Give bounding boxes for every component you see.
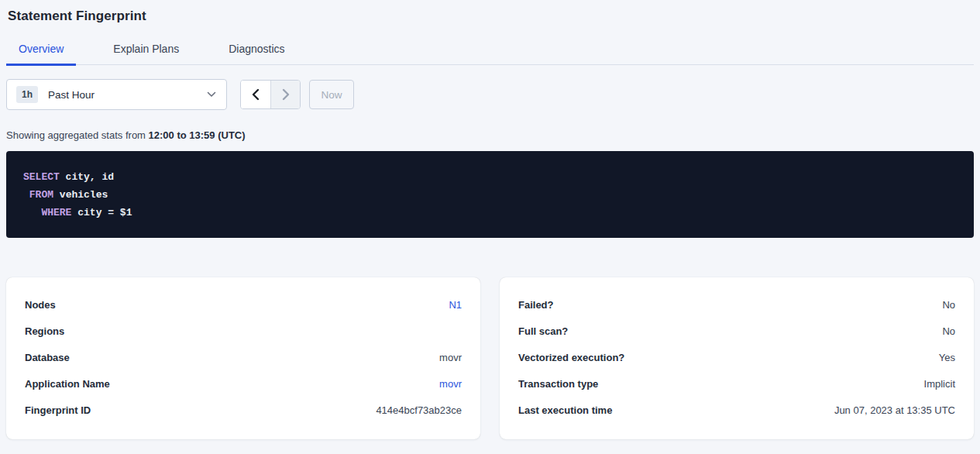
info-value: 414e4bcf73ab23ce — [376, 404, 462, 416]
info-row: Last execution timeJun 07, 2023 at 13:35… — [518, 397, 955, 423]
info-label: Database — [25, 352, 70, 363]
info-label: Last execution time — [518, 404, 612, 416]
sql-line: SELECT city, id — [23, 168, 955, 186]
prev-time-button[interactable] — [241, 81, 270, 108]
tab-diagnostics[interactable]: Diagnostics — [216, 43, 297, 66]
execution-attributes-card: Failed?NoFull scan?NoVectorized executio… — [500, 277, 974, 439]
time-range-label: Past Hour — [48, 89, 95, 101]
sql-keyword: FROM — [29, 189, 53, 201]
summary-time-range: 12:00 to 13:59 (UTC) — [149, 129, 246, 141]
aggregated-stats-summary: Showing aggregated stats from 12:00 to 1… — [6, 129, 974, 141]
chevron-down-icon — [207, 91, 216, 98]
info-label: Application Name — [25, 378, 110, 390]
time-nav-group — [240, 80, 301, 109]
info-row: Fingerprint ID414e4bcf73ab23ce — [25, 397, 462, 423]
toolbar: 1h Past Hour Now — [6, 79, 974, 110]
info-label: Transaction type — [518, 378, 598, 390]
info-row: Full scan?No — [518, 318, 955, 344]
info-value: Yes — [939, 352, 955, 363]
tab-overview[interactable]: Overview — [6, 43, 76, 66]
summary-prefix: Showing aggregated stats from — [6, 129, 146, 141]
details-cards: NodesN1RegionsDatabasemovrApplication Na… — [6, 277, 974, 439]
sql-keyword: WHERE — [41, 207, 71, 218]
info-value-link[interactable]: movr — [439, 378, 462, 390]
info-value: No — [942, 299, 955, 311]
info-row: Regions — [25, 318, 462, 344]
info-value: movr — [439, 352, 462, 363]
page-title: Statement Fingerprint — [8, 0, 974, 24]
chevron-left-icon — [252, 88, 260, 101]
time-range-dropdown[interactable]: 1h Past Hour — [6, 79, 227, 110]
sql-line: FROM vehicles — [23, 186, 955, 204]
info-label: Regions — [25, 325, 64, 337]
sql-keyword: SELECT — [23, 171, 60, 183]
info-label: Nodes — [25, 299, 56, 311]
tab-explain-plans[interactable]: Explain Plans — [101, 43, 191, 66]
sql-line: WHERE city = $1 — [23, 204, 955, 222]
tab-bar: OverviewExplain PlansDiagnostics — [6, 43, 974, 65]
now-button[interactable]: Now — [309, 80, 354, 109]
info-row: Databasemovr — [25, 344, 462, 370]
info-label: Failed? — [518, 299, 554, 311]
info-row: NodesN1 — [25, 291, 462, 318]
chevron-right-icon — [282, 88, 290, 101]
info-row: Transaction typeImplicit — [518, 370, 955, 397]
info-value-link[interactable]: N1 — [449, 299, 462, 311]
time-range-badge: 1h — [16, 86, 38, 103]
info-row: Failed?No — [518, 291, 955, 318]
info-value: Implicit — [924, 378, 955, 390]
sql-statement-box: SELECT city, id FROM vehicles WHERE city… — [6, 151, 974, 238]
info-row: Vectorized execution?Yes — [518, 344, 955, 370]
info-label: Full scan? — [518, 325, 568, 337]
next-time-button[interactable] — [270, 81, 300, 108]
info-value: No — [942, 325, 955, 337]
statement-details-card: NodesN1RegionsDatabasemovrApplication Na… — [6, 277, 480, 439]
info-row: Application Namemovr — [25, 370, 462, 397]
info-label: Vectorized execution? — [518, 352, 624, 363]
statement-fingerprint-page: Statement Fingerprint OverviewExplain Pl… — [0, 0, 980, 439]
info-value: Jun 07, 2023 at 13:35 UTC — [834, 404, 955, 416]
info-label: Fingerprint ID — [25, 404, 91, 416]
